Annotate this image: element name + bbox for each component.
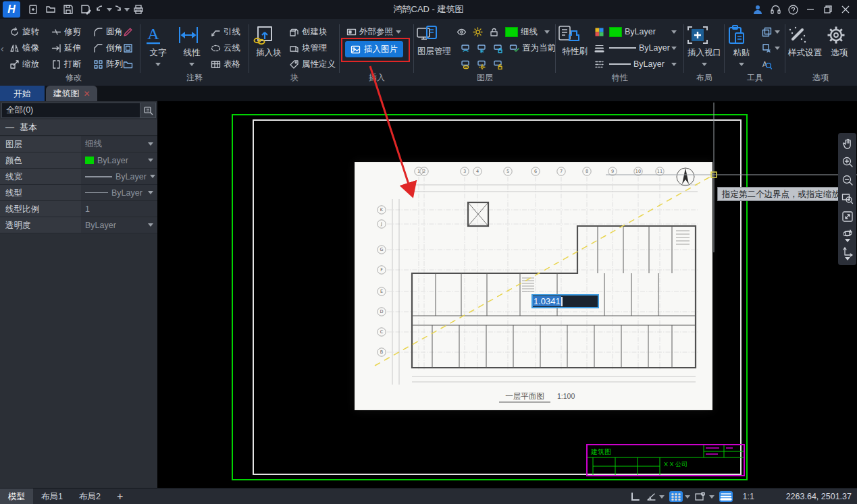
support-headset-icon[interactable]	[767, 2, 784, 17]
lineweight-bylayer-select[interactable]: ByLayer	[609, 40, 670, 55]
polar-tracking-toggle[interactable]	[646, 491, 665, 502]
array-button[interactable]: 阵列	[93, 57, 123, 72]
tab-drawing[interactable]: 建筑图 ✕	[46, 86, 97, 101]
ltscale-value-field[interactable]: 1	[81, 201, 157, 217]
app-logo-icon[interactable]: H	[3, 1, 20, 18]
zoom-in-icon[interactable]	[839, 153, 856, 171]
cut-tool-icon[interactable]	[762, 40, 780, 55]
pan-hand-icon[interactable]	[839, 135, 856, 152]
linetype-bylayer-select[interactable]: ByLayer	[609, 57, 665, 72]
set-current-button[interactable]: 置为当前	[509, 40, 556, 55]
plan-scale: 1:100	[557, 392, 575, 400]
ucs-axes-icon[interactable]	[839, 244, 856, 262]
save-as-icon[interactable]	[77, 2, 95, 17]
gear-icon	[825, 24, 854, 46]
zoom-window-icon[interactable]	[839, 190, 856, 207]
open-file-icon[interactable]	[42, 2, 59, 17]
tab-start[interactable]: 开始	[0, 86, 45, 101]
color-caret[interactable]	[671, 24, 677, 39]
print-icon[interactable]	[130, 2, 147, 17]
svg-text:6: 6	[534, 169, 537, 174]
layer-on-icon[interactable]	[461, 57, 471, 72]
scale-button[interactable]: 缩放	[9, 57, 39, 72]
create-block-button[interactable]: 创建块	[289, 24, 328, 39]
layer-lock-icon[interactable]	[489, 24, 499, 39]
restore-button[interactable]	[819, 2, 837, 17]
ortho-toggle[interactable]	[629, 491, 642, 502]
trim-button[interactable]: 修剪	[51, 24, 81, 39]
lineweight-toggle[interactable]	[719, 491, 733, 503]
section-header-basic[interactable]: —基本	[0, 119, 157, 136]
grid-toggle[interactable]	[669, 491, 690, 503]
linetype-value-dropdown[interactable]: ByLayer	[81, 185, 157, 200]
layer-value-dropdown[interactable]: 细线	[81, 136, 157, 152]
svg-text:G: G	[380, 247, 383, 252]
document-tabbar: 开始 建筑图 ✕	[0, 86, 857, 101]
zoom-out-icon[interactable]	[839, 171, 856, 189]
group-label-insert: 插入	[341, 72, 413, 84]
block-manager-button[interactable]: 块管理	[289, 40, 328, 55]
layer-thaw-icon[interactable]	[477, 57, 487, 72]
table-button[interactable]: 表格	[211, 57, 240, 72]
find-replace-icon[interactable]: A	[762, 57, 772, 72]
break-button[interactable]: 打断	[51, 57, 81, 72]
revcloud-button[interactable]: 云线	[211, 40, 240, 55]
xref-button[interactable]: 外部参照	[346, 24, 401, 39]
orbit-icon[interactable]	[839, 226, 856, 244]
layer-lock-layer-icon[interactable]	[493, 40, 503, 55]
tab-layout2[interactable]: 布局2	[71, 488, 109, 504]
transparency-value-dropdown[interactable]: ByLayer	[81, 217, 157, 233]
lineweight-caret[interactable]	[671, 40, 677, 55]
svg-text:E: E	[380, 289, 383, 294]
scale-indicator[interactable]: 1:1	[743, 492, 754, 501]
panel-collapse-icon[interactable]: ‹	[1, 43, 4, 54]
extend-button[interactable]: 延伸	[51, 40, 81, 55]
insert-image-button[interactable]: 插入图片	[345, 41, 403, 57]
leader-button[interactable]: 引线	[211, 24, 240, 39]
save-icon[interactable]	[59, 2, 77, 17]
new-file-icon[interactable]	[24, 2, 42, 17]
undo-icon[interactable]	[95, 2, 112, 17]
copy-tool-icon[interactable]	[762, 24, 780, 39]
lineweight-value-dropdown[interactable]: ByLayer	[81, 169, 157, 184]
zoom-extents-icon[interactable]	[839, 208, 856, 225]
layer-select-caret[interactable]	[544, 24, 550, 39]
close-button[interactable]	[837, 2, 854, 17]
user-icon[interactable]	[749, 2, 767, 17]
minimize-button[interactable]	[802, 2, 819, 17]
layer-visibility-icon[interactable]	[457, 24, 467, 39]
mirror-button[interactable]: 镜像	[9, 40, 39, 55]
group-folder-icon[interactable]	[123, 57, 133, 72]
layer-unlock-icon[interactable]	[493, 57, 503, 72]
pen-edit-icon[interactable]	[123, 24, 134, 39]
selection-filter-dropdown[interactable]: 全部(0)	[1, 103, 150, 118]
chamfer-button[interactable]: 倒角	[93, 40, 123, 55]
help-icon[interactable]	[784, 2, 802, 17]
paste-icon	[727, 24, 756, 46]
group-label-annotate: 注释	[142, 72, 247, 84]
text-icon: A	[143, 24, 173, 46]
group-label-properties: 特性	[558, 72, 682, 84]
layer-freeze-icon[interactable]	[477, 40, 487, 55]
attribute-define-button[interactable]: 属性定义	[289, 57, 336, 72]
rotate-button[interactable]: 旋转	[9, 24, 39, 39]
color-value-dropdown[interactable]: ByLayer	[81, 152, 157, 168]
layer-sun-icon[interactable]	[473, 24, 483, 39]
redo-icon[interactable]	[112, 2, 130, 17]
color-bylayer-select[interactable]: ByLayer	[609, 24, 656, 39]
tab-model[interactable]: 模型	[0, 488, 33, 504]
tab-close-icon[interactable]: ✕	[83, 89, 90, 99]
add-layout-button[interactable]: +	[109, 488, 131, 504]
object-snap-toggle[interactable]	[694, 491, 715, 502]
dynamic-input-field[interactable]: 1.0341	[531, 294, 599, 308]
linetype-icon	[594, 57, 604, 72]
current-layer-select[interactable]: 细线	[505, 24, 538, 39]
layer-off-icon[interactable]	[461, 40, 471, 55]
fillet-button[interactable]: 圆角	[93, 24, 123, 39]
drawing-canvas[interactable]: 1234567891011KJGFEDCB	[157, 101, 857, 488]
tab-layout1[interactable]: 布局1	[33, 488, 71, 504]
layer-color-swatch	[505, 27, 518, 37]
quick-select-button[interactable]	[140, 103, 156, 118]
region-icon[interactable]	[123, 40, 133, 55]
linetype-caret[interactable]	[671, 57, 677, 72]
